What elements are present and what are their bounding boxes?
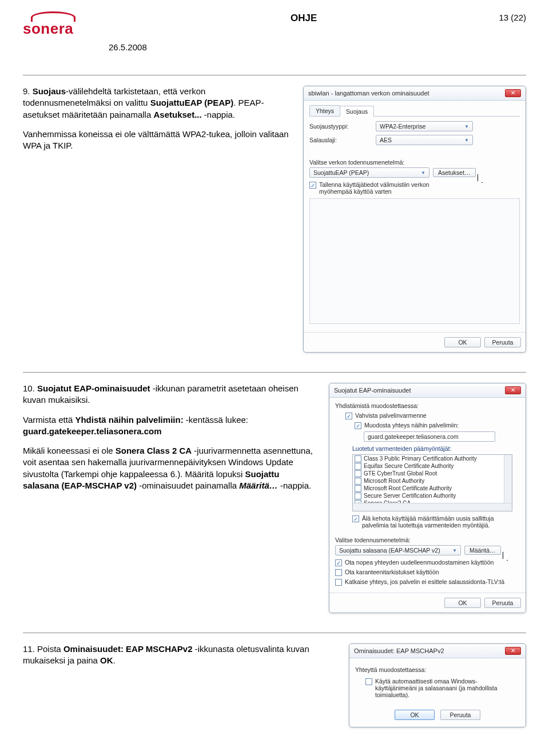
server-input[interactable]: guard.gatekeeper.teliasonera.com xyxy=(364,431,495,442)
dialog-eap-properties: Suojatut EAP-ominaisuudet ✕ Yhdistämistä… xyxy=(329,383,526,613)
combo-salauslaji[interactable]: AES ▼ xyxy=(376,135,473,145)
doc-date: 26.5.2008 xyxy=(109,42,526,52)
ok-button[interactable]: OK xyxy=(395,710,435,720)
cb-label: Muodosta yhteys näihin palvelimiin: xyxy=(364,422,459,429)
t: Vanhemmissa koneissa ei ole välttämättä … xyxy=(23,129,289,152)
scrollbar-vertical[interactable] xyxy=(504,455,512,503)
ca-item: Equifax Secure Certificate Authority xyxy=(364,463,453,469)
chevron-down-icon: ▼ xyxy=(464,124,469,129)
label: Yhteyttä muodostettaessa: xyxy=(355,666,520,673)
close-icon[interactable]: ✕ xyxy=(505,89,521,97)
checkbox-tallenna[interactable]: ✓ xyxy=(309,182,316,189)
cb-label: Ota karanteenitarkistukset käyttöön xyxy=(345,569,439,575)
t: Asetukset... xyxy=(153,110,204,119)
ca-checkbox[interactable] xyxy=(355,470,361,477)
close-icon[interactable]: ✕ xyxy=(505,386,521,394)
t: OK xyxy=(100,655,113,665)
combo-value: WPA2-Enterprise xyxy=(380,123,425,130)
checkbox-alakehota[interactable]: ✓ xyxy=(352,515,359,522)
asetukset-button[interactable]: Asetukset… xyxy=(433,168,476,177)
t: -kentässä lukee: xyxy=(184,415,248,425)
combo-todennusmenetelma[interactable]: SuojattuEAP (PEAP) ▼ xyxy=(309,167,429,178)
tabbar: Yhteys Suojaus xyxy=(309,105,520,117)
dialog-titlebar: Ominaisuudet: EAP MSCHAPv2 ✕ xyxy=(349,644,526,658)
ca-listbox[interactable]: Class 3 Public Primary Certification Aut… xyxy=(352,454,512,511)
t: Varmista että xyxy=(23,415,75,425)
t: 10. xyxy=(23,383,37,393)
ca-checkbox[interactable] xyxy=(355,463,361,470)
doc-header: sonera OHJE 13 (22) xyxy=(23,11,526,38)
chevron-down-icon: ▼ xyxy=(421,170,425,175)
checkbox-vahvista[interactable]: ✓ xyxy=(345,413,352,419)
t: 9. xyxy=(23,86,33,96)
combo-value: SuojattuEAP (PEAP) xyxy=(313,169,369,176)
ca-item: Microsoft Root Authority xyxy=(364,478,424,484)
t: Yhdistä näihin palvelimiin: xyxy=(75,415,183,425)
input-value: guard.gatekeeper.teliasonera.com xyxy=(368,433,459,440)
t: -ominaisuudet painamalla xyxy=(137,481,239,490)
t: SuojattuEAP (PEAP) xyxy=(150,98,234,107)
label-suojaustyyppi: Suojaustyyppi: xyxy=(309,123,372,130)
dialog-titlebar: sbiwlan - langattoman verkon ominaisuude… xyxy=(304,86,526,101)
dialog-title: Ominaisuudet: EAP MSCHAPv2 xyxy=(354,647,444,654)
dialog-titlebar: Suojatut EAP-ominaisuudet ✕ xyxy=(329,383,526,398)
label-todmen: Valitse todennusmenetelmä: xyxy=(335,537,520,543)
cb-label: Vahvista palvelinvarmenne xyxy=(355,412,427,419)
combo-suojaustyyppi[interactable]: WPA2-Enterprise ▼ xyxy=(376,121,473,131)
chevron-down-icon: ▼ xyxy=(464,138,469,143)
cb-label: Älä kehota käyttäjää määrittämään uusia … xyxy=(362,515,511,529)
t: Ominaisuudet: EAP MSCHAPv2 xyxy=(63,644,193,654)
tab-yhteys[interactable]: Yhteys xyxy=(309,105,340,116)
cb-label: Ota nopea yhteyden uudelleenmuodostamine… xyxy=(345,559,494,566)
cancel-button[interactable]: Peruuta xyxy=(484,337,521,347)
dialog-title: sbiwlan - langattoman verkon ominaisuude… xyxy=(308,90,429,97)
step-11-text: 11. Poista Ominaisuudet: EAP MSCHAPv2 -i… xyxy=(23,643,335,675)
t: 11. Poista xyxy=(23,644,63,654)
label: Yhdistämistä muodostettaessa: xyxy=(335,402,520,409)
step-9-text: 9. Suojaus-välilehdeltä tarkistetaan, et… xyxy=(23,86,289,159)
tab-suojaus[interactable]: Suojaus xyxy=(340,106,374,117)
logo-text: sonera xyxy=(23,20,86,38)
cancel-button[interactable]: Peruuta xyxy=(484,598,521,608)
ca-checkbox[interactable] xyxy=(355,493,361,499)
ca-checkbox[interactable] xyxy=(355,478,361,485)
step-11: 11. Poista Ominaisuudet: EAP MSCHAPv2 -i… xyxy=(23,643,526,727)
checkbox-autologin[interactable] xyxy=(365,678,372,685)
close-icon[interactable]: ✕ xyxy=(505,647,521,655)
label-luotetut: Luotetut varmenteiden päämyöntäjät: xyxy=(352,445,520,452)
ok-button[interactable]: OK xyxy=(444,598,481,608)
t: Sonera Class 2 CA xyxy=(116,446,192,455)
label-valitse: Valitse verkon todennusmenetelmä: xyxy=(309,159,520,166)
ca-checkbox[interactable] xyxy=(355,485,361,492)
dialog-eap-mschapv2: Ominaisuudet: EAP MSCHAPv2 ✕ Yhteyttä mu… xyxy=(349,643,526,727)
maarita-button[interactable]: Määritä… xyxy=(464,546,501,555)
ca-checkbox[interactable] xyxy=(355,455,361,462)
divider xyxy=(23,372,526,373)
t: -nappia. xyxy=(278,481,311,490)
page-title: OHJE xyxy=(109,11,499,24)
ca-item: Secure Server Certification Authority xyxy=(364,493,456,499)
t: -nappia. xyxy=(204,110,235,119)
dialog-title: Suojatut EAP-ominaisuudet xyxy=(334,387,411,394)
t: Suojaus xyxy=(33,86,66,96)
step-9: 9. Suojaus-välilehdeltä tarkistetaan, et… xyxy=(23,86,526,353)
checkbox-muodosta[interactable]: ✓ xyxy=(355,422,361,429)
ca-item: Microsoft Root Certificate Authority xyxy=(364,485,452,491)
combo-value: AES xyxy=(380,137,392,143)
t: Määritä… xyxy=(239,481,278,490)
t: Suojatut EAP-ominaisuudet xyxy=(37,383,150,393)
step-10-text: 10. Suojatut EAP-ominaisuudet -ikkunan p… xyxy=(23,383,315,499)
cancel-button[interactable]: Peruuta xyxy=(440,710,480,720)
scrollbar-horizontal[interactable] xyxy=(353,503,512,511)
page-number: 13 (22) xyxy=(499,11,526,22)
checkbox-otanopea[interactable]: ✓ xyxy=(335,559,342,566)
combo-todmen[interactable]: Suojattu salasana (EAP-MSCHAP v2) ▼ xyxy=(335,545,461,555)
checkbox-katkaise[interactable] xyxy=(335,579,342,586)
combo-value: Suojattu salasana (EAP-MSCHAP v2) xyxy=(339,547,440,554)
ok-button[interactable]: OK xyxy=(444,337,481,347)
ca-item: Class 3 Public Primary Certification Aut… xyxy=(364,455,477,462)
divider xyxy=(23,75,526,75)
chevron-down-icon: ▼ xyxy=(452,548,457,553)
empty-panel xyxy=(309,198,520,324)
checkbox-karanteeni[interactable] xyxy=(335,569,342,576)
